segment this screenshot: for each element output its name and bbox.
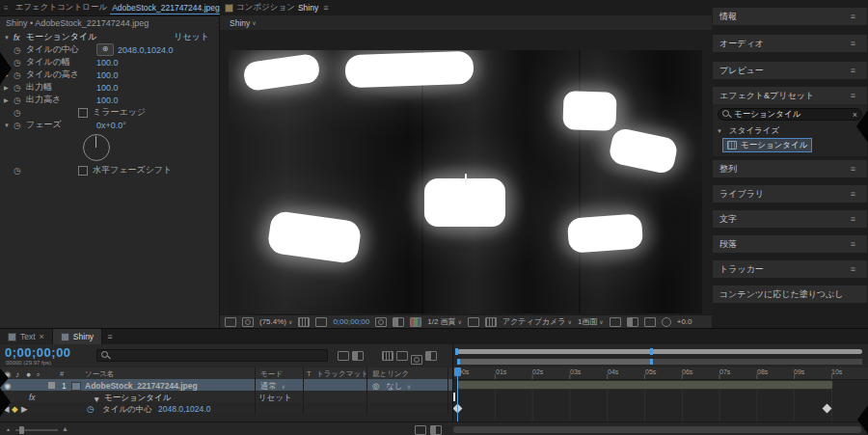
zoom-level-dropdown[interactable]: (75.4%) ∨ <box>259 317 292 326</box>
motion-blur-icon[interactable] <box>411 355 422 365</box>
prop-row-output-height[interactable]: ▶ ◷ 出力高さ 100.0 <box>0 94 219 106</box>
timeline-tab-text[interactable]: Text × <box>0 329 53 344</box>
layer-source-name[interactable]: AdobeStock_221747244.jpeg <box>85 381 198 391</box>
comp-mini-flowchart-icon[interactable] <box>338 351 349 361</box>
current-timecode[interactable]: 0;00;00;00 <box>5 345 71 360</box>
transparency-grid-icon[interactable] <box>485 317 497 327</box>
zoom-out-mountain-icon[interactable]: ▲ <box>6 426 11 432</box>
effect-header-row[interactable]: ▼ fx モーションタイル リセット <box>0 31 219 43</box>
exposure-icon[interactable] <box>662 317 671 327</box>
effect-result-item[interactable]: モーションタイル <box>722 138 812 152</box>
stopwatch-icon[interactable]: ◷ <box>14 95 26 105</box>
show-snapshot-icon[interactable] <box>393 317 404 327</box>
panel-header-audio[interactable]: オーディオ ≡ <box>713 35 867 52</box>
col-number[interactable]: # <box>60 369 64 378</box>
panel-menu-icon[interactable]: ≡ <box>846 12 860 21</box>
col-source-name[interactable]: ソース名 <box>85 369 114 379</box>
navigator-start-handle[interactable] <box>455 348 458 355</box>
anchor-point-star[interactable] <box>460 174 472 185</box>
comp-mini-flowchart-button[interactable]: Shiny <box>230 18 250 28</box>
3d-view-dropdown[interactable]: アクティブカメラ ∨ <box>502 316 572 327</box>
panel-menu-icon[interactable]: ≡ <box>846 264 860 274</box>
composition-tab-name[interactable]: Shiny <box>298 3 318 13</box>
twirl-down-icon[interactable]: ▼ <box>717 128 726 134</box>
col-t-switch[interactable]: T <box>307 369 312 378</box>
effects-search-field[interactable]: モーションタイル × <box>718 108 862 121</box>
channels-icon[interactable] <box>410 317 421 327</box>
prop-value[interactable]: 100.0 <box>96 70 119 80</box>
panel-header-content-aware-fill[interactable]: コンテンツに応じた塗りつぶし <box>713 285 867 303</box>
layer-duration-bar[interactable] <box>457 380 833 390</box>
panel-menu-icon[interactable]: ≡ <box>318 3 333 13</box>
crosshair-button[interactable]: ⊕ <box>96 43 114 56</box>
stopwatch-icon[interactable]: ◷ <box>87 404 95 414</box>
navigator-marker[interactable] <box>650 348 653 355</box>
effect-reset-button[interactable]: リセット <box>174 31 209 43</box>
zoom-slider-handle[interactable] <box>19 426 24 434</box>
panel-header-preview[interactable]: プレビュー ≡ <box>713 62 867 79</box>
horizontal-phase-shift-checkbox[interactable] <box>78 166 88 176</box>
zoom-in-mountain-icon[interactable]: ▲ <box>62 425 68 432</box>
prop-row-tile-width[interactable]: ▶ ◷ タイルの幅 100.0 <box>0 56 219 68</box>
prop-row-phase[interactable]: ▼ ◷ フェーズ 0x+0.0° <box>0 119 219 131</box>
stopwatch-icon[interactable]: ◷ <box>14 45 26 55</box>
effect-controls-panel-title[interactable]: エフェクトコントロール <box>13 2 111 14</box>
panel-header-effects-presets[interactable]: エフェクト&プリセット ≡ <box>713 87 867 104</box>
col-parent-link[interactable]: 親とリンク <box>372 369 409 379</box>
panel-header-info[interactable]: 情報 ≡ <box>713 8 867 25</box>
twirl-down-icon[interactable]: ▼ <box>4 122 14 128</box>
next-keyframe-icon[interactable]: ▶ <box>21 404 28 414</box>
stopwatch-icon[interactable]: ◷ <box>14 83 26 93</box>
panel-menu-icon[interactable]: ≡ <box>846 214 860 224</box>
stopwatch-icon[interactable]: ◷ <box>14 70 26 80</box>
exposure-value[interactable]: +0.0 <box>677 317 692 326</box>
effects-search-input[interactable]: モーションタイル <box>734 109 800 121</box>
panel-menu-icon[interactable]: ≡ <box>846 239 860 249</box>
region-of-interest-icon[interactable] <box>468 317 479 327</box>
stopwatch-icon[interactable]: ◷ <box>14 121 26 130</box>
panel-menu-icon[interactable]: ≡ <box>846 91 860 100</box>
prop-row-tile-height[interactable]: ▶ ◷ タイルの高さ 100.0 <box>0 68 219 81</box>
time-ruler[interactable]: 00s 01s 02s 03s 04s 05s 06s 07s 08s 09s … <box>453 367 868 380</box>
column-divider[interactable] <box>448 367 448 414</box>
current-time-indicator-handle[interactable] <box>454 367 461 376</box>
panel-header-paragraph[interactable]: 段落 ≡ <box>713 235 867 253</box>
column-divider[interactable] <box>255 367 256 414</box>
effect-controls-source-tab[interactable]: AdobeStock_221747244.jpeg <box>110 2 222 14</box>
effect-category-row[interactable]: ▼ スタイライズ <box>717 125 779 137</box>
stopwatch-icon[interactable]: ◷ <box>14 166 26 176</box>
timeline-tab-shiny[interactable]: Shiny <box>53 329 102 344</box>
prop-row-output-width[interactable]: ▶ ◷ 出力幅 100.0 <box>0 81 219 94</box>
timeline-search-field[interactable] <box>96 349 328 362</box>
draft-3d-icon[interactable] <box>352 351 364 361</box>
composition-viewer[interactable] <box>220 30 712 314</box>
display-icon[interactable] <box>242 317 254 327</box>
work-area-bar[interactable] <box>457 359 653 365</box>
pickwhip-icon[interactable]: ◎ <box>372 381 379 391</box>
col-mode[interactable]: モード <box>260 369 283 379</box>
panel-header-character[interactable]: 文字 ≡ <box>713 210 867 228</box>
prop-value[interactable]: 100.0 <box>96 58 119 68</box>
stopwatch-icon[interactable]: ◷ <box>14 58 26 68</box>
fx-badge-icon[interactable]: fx <box>14 33 26 42</box>
mask-visibility-icon[interactable] <box>315 317 327 327</box>
column-divider[interactable] <box>303 367 304 414</box>
fast-previews-icon[interactable] <box>627 317 638 327</box>
twirl-down-icon[interactable]: ▼ <box>4 35 14 41</box>
panel-menu-icon[interactable]: ≡ <box>846 66 860 75</box>
prop-value[interactable]: 0x+0.0° <box>96 121 126 130</box>
panel-menu-icon[interactable]: ≡ <box>846 39 860 48</box>
property-row-tile-center[interactable]: ◀ ◆ ▶ ◷ タイルの中心 2048.0,1024.0 <box>0 402 453 414</box>
snapshot-camera-icon[interactable] <box>375 317 387 327</box>
effect-group-row[interactable]: fx ▼ モーションタイル リセット <box>0 391 453 402</box>
close-tab-icon[interactable]: × <box>40 332 44 341</box>
panel-header-libraries[interactable]: ライブラリ ≡ <box>713 185 867 203</box>
effect-name[interactable]: モーションタイル <box>26 31 96 43</box>
add-keyframe-icon[interactable]: ◆ <box>12 404 18 414</box>
work-area-end-handle[interactable] <box>650 359 653 365</box>
horizontal-scrollbar[interactable] <box>453 426 861 433</box>
view-layout-dropdown[interactable]: 1画面 ∨ <box>578 316 604 327</box>
time-navigator-bar[interactable] <box>457 349 862 354</box>
timeline-menu-icon[interactable]: ≡ <box>102 332 117 341</box>
twirl-right-icon[interactable]: ▶ <box>4 84 14 91</box>
